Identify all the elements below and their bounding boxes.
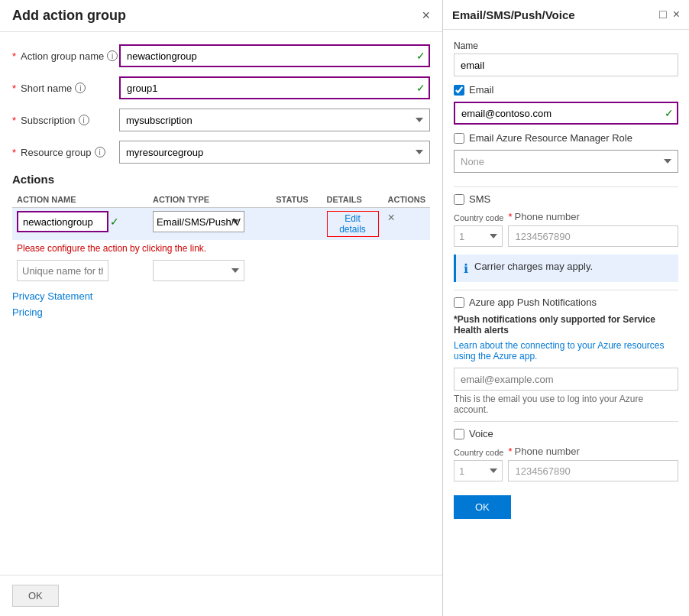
action-group-name-input-wrapper: ✓ (119, 44, 430, 67)
edit-details-button[interactable]: Edit details (327, 211, 379, 237)
pricing-link[interactable]: Pricing (12, 306, 430, 318)
info-icon-rg[interactable]: i (95, 147, 105, 157)
required-star-agn: * (12, 50, 16, 62)
remove-action-button[interactable]: × (388, 211, 395, 225)
col-header-action-type: ACTION TYPE (148, 192, 271, 208)
azure-rm-checkbox-row: Email Azure Resource Manager Role (454, 132, 678, 144)
email-sms-push-voice-panel: Email/SMS/Push/Voice □ × Name Email ✓ (443, 0, 689, 616)
sms-country-code-label: Country code (454, 213, 503, 222)
info-icon-sn[interactable]: i (75, 83, 86, 93)
action-error-text: Please configure the action by clicking … (12, 240, 430, 257)
col-header-status: STATUS (271, 192, 322, 208)
required-star-sn: * (12, 83, 16, 94)
push-email-input[interactable] (454, 368, 678, 391)
azure-push-checkbox[interactable] (454, 297, 464, 308)
short-name-label: * Short name i (12, 83, 119, 94)
actions-table-header: ACTION NAME ACTION TYPE STATUS DETAILS A… (12, 192, 430, 208)
subscription-label: * Subscription i (12, 115, 119, 126)
action-group-name-input[interactable] (119, 44, 430, 67)
subscription-select[interactable]: mysubscription (119, 109, 430, 131)
resource-group-label: * Resource group i (12, 147, 119, 158)
azure-rm-select[interactable]: None (454, 150, 678, 173)
action-type-select[interactable]: Email/SMS/Push/V... (153, 211, 244, 232)
voice-phone-input[interactable] (508, 460, 678, 481)
right-header-icons: □ × (659, 8, 680, 21)
carrier-charges-text: Carrier charges may apply. (474, 261, 593, 272)
voice-label: Voice (469, 428, 493, 439)
agn-check-icon: ✓ (416, 50, 425, 62)
add-action-group-panel: Add action group × * Action group name i… (0, 0, 443, 616)
right-ok-button[interactable]: OK (454, 495, 511, 519)
voice-country-code-label: Country code (454, 448, 503, 457)
new-action-name-input[interactable] (17, 260, 108, 281)
divider-2 (454, 290, 678, 290)
email-input[interactable] (454, 102, 678, 125)
info-banner-icon: ℹ (464, 261, 468, 276)
sms-phone-label: * Phone number (508, 211, 678, 222)
azure-app-link[interactable]: Learn about the connecting to your Azure… (454, 340, 678, 361)
action-status-cell (271, 208, 322, 241)
maximize-button[interactable]: □ (659, 8, 667, 21)
new-action-type-cell (148, 257, 271, 284)
azure-rm-checkbox[interactable] (454, 133, 464, 144)
azure-push-checkbox-row: Azure app Push Notifications (454, 297, 678, 308)
email-checkbox-row: Email (454, 84, 678, 96)
required-star-sub: * (12, 115, 16, 126)
voice-checkbox[interactable] (454, 429, 464, 439)
action-group-name-label: * Action group name i (12, 50, 119, 62)
info-icon-agn[interactable]: i (107, 50, 118, 61)
resource-group-select[interactable]: myresourcegroup (119, 141, 430, 164)
left-panel-header: Add action group × (0, 0, 442, 32)
actions-section-title: Actions (12, 173, 430, 186)
left-panel-close-button[interactable]: × (422, 8, 430, 24)
push-note: *Push notifications only supported for S… (454, 314, 678, 336)
sms-country-code-select[interactable]: 1 (454, 225, 503, 247)
right-panel-header: Email/SMS/Push/Voice □ × (443, 0, 689, 30)
resource-group-row: * Resource group i myresourcegroup (12, 141, 430, 164)
left-panel-title: Add action group (12, 8, 126, 24)
new-action-row (12, 257, 430, 284)
left-panel-body: * Action group name i ✓ * Short name i (0, 32, 442, 575)
email-checkbox-label: Email (469, 84, 494, 96)
left-ok-button[interactable]: OK (12, 585, 59, 607)
left-panel-footer: OK (0, 575, 442, 616)
col-header-action-name: ACTION NAME (12, 192, 148, 208)
action-details-cell: Edit details (322, 208, 383, 241)
action-name-input[interactable] (17, 211, 108, 232)
sms-phone-input[interactable] (508, 225, 678, 247)
new-action-type-select[interactable] (153, 260, 244, 281)
sn-check-icon: ✓ (416, 82, 425, 94)
divider-3 (454, 421, 678, 422)
subscription-row: * Subscription i mysubscription (12, 109, 430, 131)
new-action-name-cell (12, 257, 148, 284)
right-close-button[interactable]: × (673, 8, 680, 21)
required-star-rg: * (12, 147, 16, 158)
voice-phone-row: Country code 1 * Phone number (454, 446, 678, 481)
voice-phone-label: * Phone number (508, 446, 678, 457)
short-name-row: * Short name i ✓ (12, 76, 430, 99)
azure-rm-label: Email Azure Resource Manager Role (469, 132, 632, 144)
col-header-actions: ACTIONS (383, 192, 431, 208)
action-name-cell: ✓ (12, 208, 148, 241)
email-checkbox[interactable] (454, 85, 464, 96)
action-name-check-icon: ✓ (110, 216, 119, 228)
divider-1 (454, 186, 678, 187)
push-email-hint: This is the email you use to log into yo… (454, 394, 678, 415)
sms-phone-row: Country code 1 * Phone number (454, 211, 678, 247)
action-remove-cell: × (383, 208, 431, 241)
action-type-cell: Email/SMS/Push/V... (148, 208, 271, 241)
carrier-charges-banner: ℹ Carrier charges may apply. (454, 255, 678, 282)
privacy-statement-link[interactable]: Privacy Statement (12, 290, 430, 302)
sms-checkbox[interactable] (454, 194, 464, 205)
right-panel-body: Name Email ✓ Email Azure Resource Manage… (443, 30, 689, 616)
name-input[interactable] (454, 53, 678, 76)
sms-checkbox-row: SMS (454, 193, 678, 205)
short-name-input[interactable] (119, 76, 430, 99)
right-panel-title: Email/SMS/Push/Voice (452, 8, 575, 21)
col-header-details: DETAILS (322, 192, 383, 208)
info-icon-sub[interactable]: i (79, 115, 89, 125)
table-row: ✓ Email/SMS/Push/V... Edit details (12, 208, 430, 241)
voice-country-code-select[interactable]: 1 (454, 460, 503, 481)
voice-phone-required: * (508, 446, 512, 457)
sms-phone-required: * (508, 211, 512, 222)
